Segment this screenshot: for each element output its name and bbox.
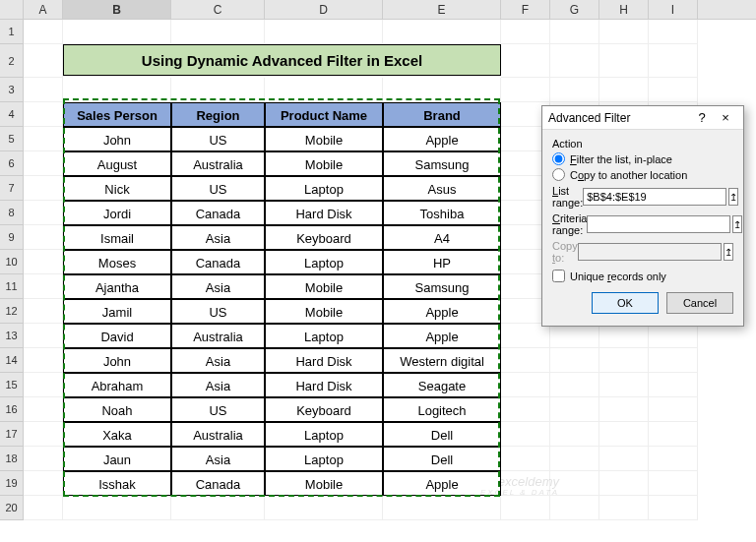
row-header-3[interactable]: 3	[0, 78, 24, 102]
col-header-I[interactable]: I	[649, 0, 698, 19]
row-header-1[interactable]: 1	[0, 20, 24, 44]
table-cell[interactable]: Laptop	[265, 250, 383, 274]
table-cell[interactable]: Hard Disk	[265, 348, 383, 373]
table-cell[interactable]: Laptop	[265, 447, 383, 471]
table-cell[interactable]: Ismail	[63, 225, 171, 250]
table-cell[interactable]: Asia	[171, 447, 265, 471]
select-all-corner[interactable]	[0, 0, 24, 19]
copy-to-ref-button[interactable]: ↥	[724, 243, 733, 261]
table-cell[interactable]: Australia	[171, 151, 265, 176]
col-header-D[interactable]: D	[265, 0, 383, 19]
row-header-20[interactable]: 20	[0, 496, 24, 520]
table-cell[interactable]: Asia	[171, 225, 265, 250]
col-header-F[interactable]: F	[501, 0, 550, 19]
row-header-2[interactable]: 2	[0, 44, 24, 78]
table-cell[interactable]: Toshiba	[383, 201, 501, 225]
row-header-15[interactable]: 15	[0, 373, 24, 397]
row-header-7[interactable]: 7	[0, 176, 24, 201]
table-cell[interactable]: Keyboard	[265, 225, 383, 250]
table-cell[interactable]: Apple	[383, 299, 501, 324]
table-cell[interactable]: Ajantha	[63, 274, 171, 299]
row-header-18[interactable]: 18	[0, 447, 24, 471]
table-cell[interactable]: Australia	[171, 422, 265, 447]
table-header[interactable]: Brand	[383, 102, 501, 127]
table-cell[interactable]: US	[171, 397, 265, 422]
col-header-A[interactable]: A	[24, 0, 63, 19]
table-cell[interactable]: Canada	[171, 201, 265, 225]
row-header-19[interactable]: 19	[0, 471, 24, 496]
table-cell[interactable]: Canada	[171, 250, 265, 274]
row-header-9[interactable]: 9	[0, 225, 24, 250]
table-cell[interactable]: Samsung	[383, 274, 501, 299]
table-cell[interactable]: Asia	[171, 348, 265, 373]
table-cell[interactable]: Mobile	[265, 127, 383, 151]
table-cell[interactable]: Apple	[383, 471, 501, 496]
cancel-button[interactable]: Cancel	[666, 292, 733, 314]
table-cell[interactable]: Apple	[383, 324, 501, 348]
row-header-13[interactable]: 13	[0, 324, 24, 348]
table-cell[interactable]: Mobile	[265, 151, 383, 176]
table-cell[interactable]: Jamil	[63, 299, 171, 324]
table-cell[interactable]: Nick	[63, 176, 171, 201]
table-header[interactable]: Region	[171, 102, 265, 127]
table-cell[interactable]: Isshak	[63, 471, 171, 496]
table-cell[interactable]: US	[171, 299, 265, 324]
col-header-E[interactable]: E	[383, 0, 501, 19]
table-cell[interactable]: Canada	[171, 471, 265, 496]
table-header[interactable]: Sales Person	[63, 102, 171, 127]
table-cell[interactable]: Samsung	[383, 151, 501, 176]
table-cell[interactable]: August	[63, 151, 171, 176]
table-cell[interactable]: Jaun	[63, 447, 171, 471]
table-cell[interactable]: Asia	[171, 274, 265, 299]
table-cell[interactable]: Hard Disk	[265, 201, 383, 225]
unique-records-checkbox[interactable]	[552, 270, 565, 282]
table-cell[interactable]: Moses	[63, 250, 171, 274]
radio-copy-location[interactable]	[552, 168, 565, 181]
table-cell[interactable]: Apple	[383, 127, 501, 151]
row-header-12[interactable]: 12	[0, 299, 24, 324]
row-header-11[interactable]: 11	[0, 274, 24, 299]
row-header-14[interactable]: 14	[0, 348, 24, 373]
table-cell[interactable]: Keyboard	[265, 397, 383, 422]
row-header-4[interactable]: 4	[0, 102, 24, 127]
col-header-B[interactable]: B	[63, 0, 171, 19]
table-cell[interactable]: HP	[383, 250, 501, 274]
table-cell[interactable]: Mobile	[265, 471, 383, 496]
table-cell[interactable]: Seagate	[383, 373, 501, 397]
table-cell[interactable]: Western digital	[383, 348, 501, 373]
criteria-range-ref-button[interactable]: ↥	[732, 215, 742, 233]
table-cell[interactable]: Dell	[383, 422, 501, 447]
table-cell[interactable]: US	[171, 127, 265, 151]
dialog-titlebar[interactable]: Advanced Filter ? ×	[542, 106, 743, 130]
table-cell[interactable]: Abraham	[63, 373, 171, 397]
table-cell[interactable]: Mobile	[265, 299, 383, 324]
row-header-17[interactable]: 17	[0, 422, 24, 447]
table-cell[interactable]: US	[171, 176, 265, 201]
row-header-5[interactable]: 5	[0, 127, 24, 151]
table-cell[interactable]: Mobile	[265, 274, 383, 299]
ok-button[interactable]: OK	[592, 292, 659, 314]
table-cell[interactable]: Australia	[171, 324, 265, 348]
table-cell[interactable]: Jordi	[63, 201, 171, 225]
table-cell[interactable]: John	[63, 127, 171, 151]
col-header-G[interactable]: G	[550, 0, 599, 19]
table-cell[interactable]: David	[63, 324, 171, 348]
help-button[interactable]: ?	[690, 110, 714, 125]
row-header-16[interactable]: 16	[0, 397, 24, 422]
table-cell[interactable]: Dell	[383, 447, 501, 471]
list-range-ref-button[interactable]: ↥	[728, 188, 738, 206]
table-header[interactable]: Product Name	[265, 102, 383, 127]
table-cell[interactable]: Laptop	[265, 422, 383, 447]
col-header-H[interactable]: H	[599, 0, 649, 19]
table-cell[interactable]: Hard Disk	[265, 373, 383, 397]
table-cell[interactable]: Noah	[63, 397, 171, 422]
row-header-6[interactable]: 6	[0, 151, 24, 176]
table-cell[interactable]: Laptop	[265, 324, 383, 348]
radio-filter-in-place[interactable]	[552, 152, 565, 165]
close-button[interactable]: ×	[714, 110, 737, 125]
row-header-8[interactable]: 8	[0, 201, 24, 225]
col-header-C[interactable]: C	[171, 0, 265, 19]
table-cell[interactable]: Asia	[171, 373, 265, 397]
table-cell[interactable]: Xaka	[63, 422, 171, 447]
table-cell[interactable]: Logitech	[383, 397, 501, 422]
